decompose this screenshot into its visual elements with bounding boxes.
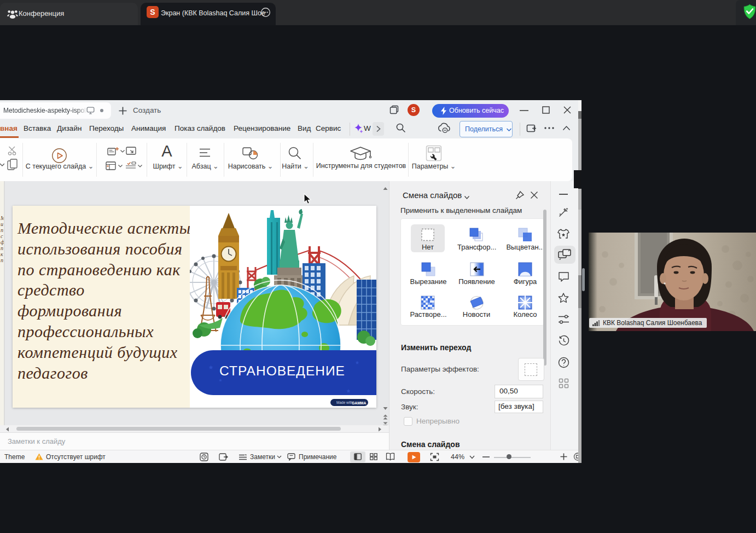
svg-text:Made with: Made with — [336, 401, 353, 404]
svg-text:СТРАНОВЕДЕНИЕ: СТРАНОВЕДЕНИЕ — [219, 363, 345, 378]
svg-text:GAMMA: GAMMA — [352, 401, 367, 405]
